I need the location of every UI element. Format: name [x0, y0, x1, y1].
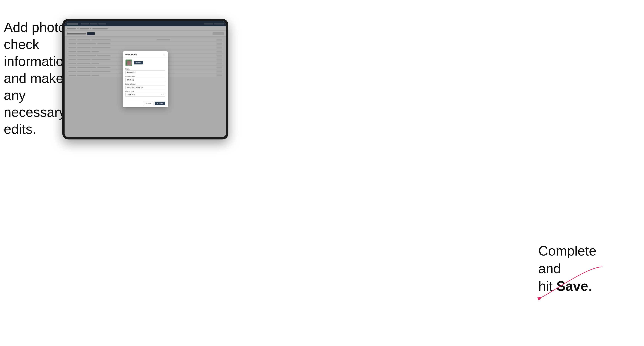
name-group: Name — [125, 68, 165, 74]
school-year-controls: × ⌃ — [161, 94, 164, 96]
photo-section: Upload — [125, 59, 165, 66]
right-arrow — [538, 265, 606, 299]
school-year-value: Fourth Year — [127, 94, 135, 96]
user-details-modal: User details × Upload Name — [123, 51, 168, 107]
name-label: Name — [125, 68, 165, 70]
close-icon[interactable]: × — [163, 53, 165, 56]
upload-button[interactable]: Upload — [134, 61, 143, 64]
save-button-label: Save — [159, 103, 163, 104]
email-input[interactable] — [125, 86, 165, 89]
display-name-input[interactable] — [125, 78, 165, 82]
modal-title: User details — [125, 53, 137, 56]
modal-body: Upload Name Display name Email addre — [123, 57, 168, 100]
school-year-select[interactable]: Fourth Year × ⌃ — [125, 93, 165, 97]
modal-footer: Cancel ⤓ Save — [123, 100, 168, 107]
user-photo-thumb — [125, 59, 132, 66]
email-label: Email address — [125, 83, 165, 85]
cancel-button[interactable]: Cancel — [144, 102, 154, 105]
save-button[interactable]: ⤓ Save — [154, 102, 165, 105]
modal-header: User details × — [123, 51, 168, 57]
school-year-group: School Year Fourth Year × ⌃ — [125, 91, 165, 97]
name-input[interactable] — [125, 70, 165, 74]
tablet-device: User details × Upload Name — [62, 19, 228, 140]
display-name-group: Display name — [125, 76, 165, 82]
display-name-label: Display name — [125, 76, 165, 77]
email-group: Email address — [125, 83, 165, 89]
school-year-clear-icon[interactable]: × — [161, 94, 162, 96]
modal-overlay: User details × Upload Name — [64, 21, 226, 137]
school-year-arrow-icon[interactable]: ⌃ — [163, 94, 164, 96]
save-icon: ⤓ — [157, 103, 158, 104]
school-year-label: School Year — [125, 91, 165, 93]
tablet-screen: User details × Upload Name — [64, 21, 226, 137]
school-year-wrapper: Fourth Year × ⌃ — [125, 93, 165, 97]
